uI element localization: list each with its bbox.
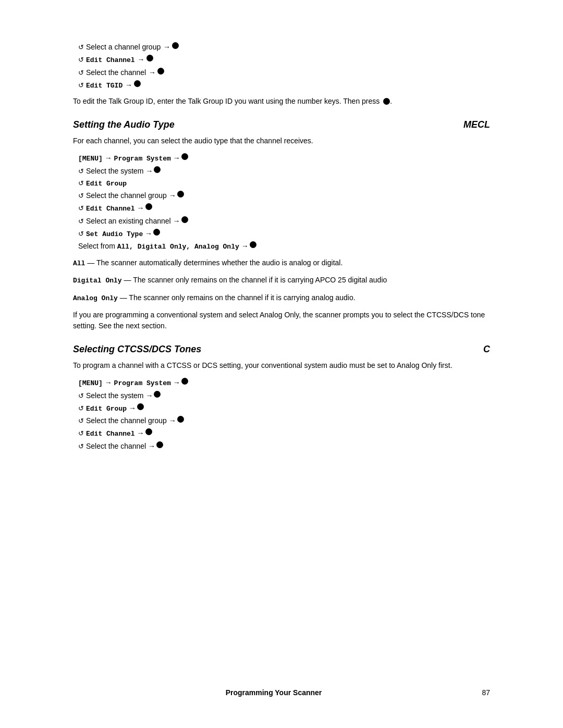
- rotate-s2-5: ↺: [78, 428, 84, 439]
- knob-s2-6: [156, 441, 163, 448]
- s1-step-6: ↺ Select an existing channel →: [78, 216, 490, 227]
- section2-header: Selecting CTCSS/DCS Tones C: [73, 344, 490, 355]
- step-line-4: ↺ Edit TGID →: [78, 80, 490, 91]
- top-step-list: ↺ Select a channel group → ↺ Edit Channe…: [78, 42, 490, 91]
- knob-s2-3: [137, 403, 144, 410]
- s2-step-4: ↺ Select the channel group →: [78, 415, 490, 426]
- rotate-s1-6: ↺: [78, 216, 84, 227]
- s1-step-3: ↺ Edit Group: [78, 178, 490, 189]
- section2-code: C: [483, 344, 490, 355]
- footer: Programming Your Scanner 87: [0, 688, 563, 697]
- s1-step-4: ↺ Select the channel group →: [78, 190, 490, 201]
- s1-step-7: ↺ Set Audio Type →: [78, 228, 490, 240]
- knob-3: [157, 68, 164, 75]
- def-digital: Digital Only — The scanner only remains …: [73, 275, 490, 286]
- knob-s1-5: [145, 203, 152, 210]
- rotate-s1-3: ↺: [78, 178, 84, 189]
- rotate-s2-6: ↺: [78, 441, 84, 452]
- s2-step-1: [MENU] → Program System →: [78, 377, 490, 389]
- s2-step-5: ↺ Edit Channel →: [78, 428, 490, 439]
- rotate-s1-4: ↺: [78, 191, 84, 201]
- rotate-icon-3: ↺: [78, 68, 84, 78]
- knob-s1-6: [181, 216, 188, 223]
- rotate-s2-2: ↺: [78, 391, 84, 401]
- rotate-s2-3: ↺: [78, 403, 84, 414]
- section2-intro: To program a channel with a CTCSS or DCS…: [73, 360, 490, 371]
- s2-step-6: ↺ Select the channel →: [78, 441, 490, 452]
- section1-title: Setting the Audio Type: [73, 119, 175, 130]
- footer-page-number: 87: [474, 688, 490, 697]
- section1-header: Setting the Audio Type MECL: [73, 119, 490, 130]
- knob-inline-top: [383, 98, 390, 105]
- section1-code: MECL: [463, 119, 490, 130]
- s2-step-3: ↺ Edit Group →: [78, 403, 490, 414]
- step-line-1: ↺ Select a channel group →: [78, 42, 490, 53]
- step-text-1: Select a channel group: [86, 42, 161, 53]
- knob-s2-5: [145, 428, 152, 435]
- top-steps-section: ↺ Select a channel group → ↺ Edit Channe…: [73, 42, 490, 107]
- step-line-2: ↺ Edit Channel →: [78, 54, 490, 66]
- rotate-s1-2: ↺: [78, 166, 84, 177]
- s1-step-5: ↺ Edit Channel →: [78, 203, 490, 214]
- knob-2: [146, 55, 153, 61]
- knob-s2-2: [154, 391, 161, 398]
- knob-s2-4: [177, 416, 184, 423]
- s1-step-2: ↺ Select the system →: [78, 166, 490, 177]
- rotate-icon-2: ↺: [78, 55, 84, 65]
- rotate-icon-1: ↺: [78, 42, 84, 53]
- s1-step-8: Select from All, Digital Only, Analog On…: [78, 241, 490, 252]
- knob-s1-8: [250, 241, 256, 248]
- rotate-s2-4: ↺: [78, 416, 84, 426]
- knob-s1-1: [181, 153, 188, 160]
- footer-right-label: Programming Your Scanner: [226, 688, 322, 697]
- rotate-icon-4: ↺: [78, 80, 84, 91]
- knob-s2-1: [181, 378, 188, 385]
- def-all: All — The scanner automatically determin…: [73, 257, 490, 269]
- knob-1: [172, 42, 179, 49]
- section2-title: Selecting CTCSS/DCS Tones: [73, 344, 201, 355]
- knob-4: [134, 80, 141, 87]
- step-mono-2: Edit Channel: [86, 55, 135, 66]
- knob-s1-2: [154, 166, 161, 173]
- section1-intro: For each channel, you can select the aud…: [73, 135, 490, 146]
- knob-s1-7: [153, 229, 160, 236]
- top-para: To edit the Talk Group ID, enter the Tal…: [73, 96, 490, 107]
- step-mono-4: Edit TGID: [86, 81, 123, 91]
- knob-s1-4: [177, 191, 184, 198]
- step-line-3: ↺ Select the channel →: [78, 67, 490, 78]
- s1-step-1: [MENU] → Program System →: [78, 153, 490, 164]
- def-analog: Analog Only — The scanner only remains o…: [73, 292, 490, 304]
- page: ↺ Select a channel group → ↺ Edit Channe…: [0, 0, 563, 728]
- section1-closing: If you are programming a conventional sy…: [73, 310, 490, 331]
- rotate-s1-7: ↺: [78, 229, 84, 239]
- rotate-s1-5: ↺: [78, 203, 84, 214]
- section2-steps: [MENU] → Program System → ↺ Select the s…: [78, 377, 490, 452]
- s2-step-2: ↺ Select the system →: [78, 390, 490, 401]
- step-text-3: Select the channel: [86, 67, 146, 78]
- section1-steps: [MENU] → Program System → ↺ Select the s…: [78, 153, 490, 252]
